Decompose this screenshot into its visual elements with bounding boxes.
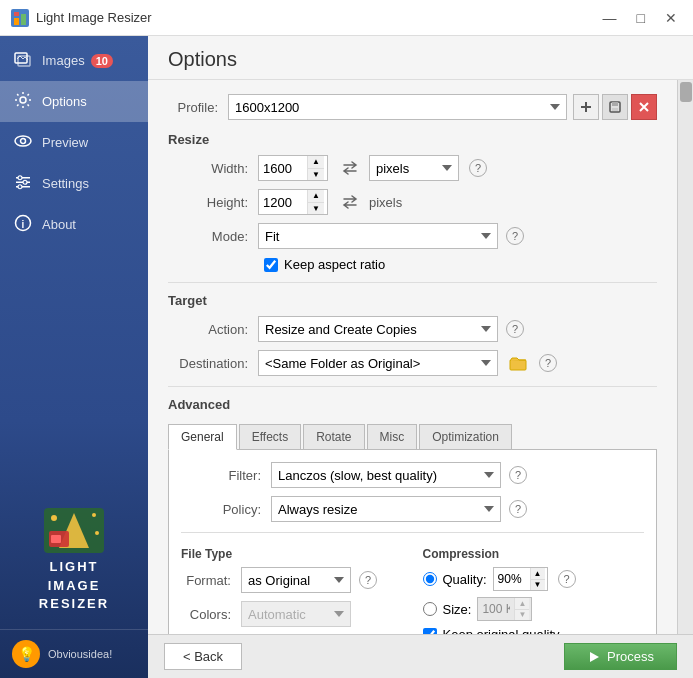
sidebar-item-options[interactable]: Options (0, 81, 148, 122)
svg-rect-25 (581, 106, 591, 108)
height-up[interactable]: ▲ (308, 190, 324, 202)
tab-misc[interactable]: Misc (367, 424, 418, 449)
action-row: Action: Resize and Create Copies Resize … (168, 316, 657, 342)
width-input-group: 1600 ▲ ▼ pixelspercentinc (258, 155, 487, 181)
profile-delete-button[interactable] (631, 94, 657, 120)
filter-select[interactable]: Lanczos (slow, best quality) Bilinear (f… (271, 462, 501, 488)
quality-up[interactable]: ▲ (531, 568, 545, 579)
width-spinner: 1600 ▲ ▼ (258, 155, 328, 181)
action-input-group: Resize and Create Copies Resize in Place… (258, 316, 524, 342)
profile-select[interactable]: 1600x1200 1024x768 800x600 (228, 94, 567, 120)
tab-general[interactable]: General (168, 424, 237, 450)
app-icon (10, 8, 30, 28)
width-help-icon[interactable]: ? (469, 159, 487, 177)
mode-label: Mode: (168, 229, 258, 244)
action-help-icon[interactable]: ? (506, 320, 524, 338)
svg-point-13 (23, 180, 27, 184)
filetype-compression-row: File Type Format: as Original JPEG PNG (181, 543, 644, 634)
sidebar-item-settings[interactable]: Settings (0, 163, 148, 204)
process-label: Process (607, 649, 654, 664)
format-select[interactable]: as Original JPEG PNG (241, 567, 351, 593)
svg-rect-1 (14, 18, 19, 25)
quality-help-icon[interactable]: ? (558, 570, 576, 588)
quality-spinbtns: ▲ ▼ (530, 568, 545, 590)
aspect-ratio-row: Keep aspect ratio (264, 257, 657, 272)
sidebar-label-about: About (42, 217, 76, 232)
sidebar: Images 10 Options (0, 36, 148, 678)
back-button[interactable]: < Back (164, 643, 242, 670)
content-area: Options Profile: 1600x1200 1024x768 800x… (148, 36, 693, 678)
height-row: Height: 1200 ▲ ▼ (168, 189, 657, 215)
svg-point-8 (21, 139, 26, 144)
width-unit-select[interactable]: pixelspercentinchescm (369, 155, 459, 181)
settings-icon (12, 173, 34, 194)
size-spinbtns: ▲ ▼ (514, 598, 529, 620)
policy-select[interactable]: Always resize Resize if larger Resize if… (271, 496, 501, 522)
tabs-header: General Effects Rotate Misc Optimization (168, 424, 657, 450)
process-button[interactable]: Process (564, 643, 677, 670)
destination-browse-button[interactable] (505, 350, 531, 376)
colors-select: Automatic RGB Grayscale (241, 601, 351, 627)
size-radio[interactable] (423, 602, 437, 616)
width-down[interactable]: ▼ (308, 168, 324, 180)
action-select[interactable]: Resize and Create Copies Resize in Place… (258, 316, 498, 342)
height-spinner: 1200 ▲ ▼ (258, 189, 328, 215)
keep-aspect-checkbox[interactable] (264, 258, 278, 272)
policy-help-icon[interactable]: ? (509, 500, 527, 518)
quality-down[interactable]: ▼ (531, 579, 545, 590)
svg-rect-3 (14, 12, 19, 16)
sidebar-item-images[interactable]: Images 10 (0, 40, 148, 81)
sidebar-nav: Images 10 Options (0, 36, 148, 487)
destination-help-icon[interactable]: ? (539, 354, 557, 372)
filter-help-icon[interactable]: ? (509, 466, 527, 484)
images-icon (12, 50, 34, 71)
height-down[interactable]: ▼ (308, 202, 324, 214)
width-swap-button[interactable] (337, 155, 363, 181)
svg-point-12 (18, 176, 22, 180)
quality-radio-row: Quality: ▲ ▼ ? (423, 567, 645, 591)
scrollbar-thumb[interactable] (680, 82, 692, 102)
advanced-section: General Effects Rotate Misc Optimization… (168, 424, 657, 634)
tab-optimization[interactable]: Optimization (419, 424, 512, 449)
destination-input-group: <Same Folder as Original> Custom Folder … (258, 350, 557, 376)
size-down: ▼ (515, 609, 529, 620)
close-button[interactable]: ✕ (659, 8, 683, 28)
quality-spinner: ▲ ▼ (493, 567, 548, 591)
svg-rect-0 (11, 9, 29, 27)
scrollbar[interactable] (677, 80, 693, 634)
maximize-button[interactable]: □ (631, 8, 651, 28)
width-up[interactable]: ▲ (308, 156, 324, 168)
destination-select[interactable]: <Same Folder as Original> Custom Folder (258, 350, 498, 376)
brand-icon: 💡 (12, 640, 40, 668)
preview-icon (12, 132, 34, 153)
keep-aspect-label: Keep aspect ratio (284, 257, 385, 272)
profile-actions (573, 94, 657, 120)
quality-radio[interactable] (423, 572, 437, 586)
sidebar-label-settings: Settings (42, 176, 89, 191)
sidebar-item-about[interactable]: i About (0, 204, 148, 245)
quality-input[interactable] (494, 568, 530, 590)
format-input-group: as Original JPEG PNG ? (241, 567, 377, 593)
tab-effects[interactable]: Effects (239, 424, 301, 449)
compression-label: Compression (423, 547, 645, 561)
bottom-bar: < Back Process (148, 634, 693, 678)
height-input[interactable]: 1200 (259, 190, 307, 214)
play-icon (587, 650, 601, 664)
width-input[interactable]: 1600 (259, 156, 307, 180)
mode-select[interactable]: FitFillStretchReduce Only (258, 223, 498, 249)
format-help-icon[interactable]: ? (359, 571, 377, 589)
height-unit-label: pixels (369, 195, 402, 210)
profile-new-button[interactable] (573, 94, 599, 120)
profile-save-button[interactable] (602, 94, 628, 120)
logo-text: LIGHTIMAGERESIZER (39, 558, 109, 613)
mode-help-icon[interactable]: ? (506, 227, 524, 245)
minimize-button[interactable]: — (597, 8, 623, 28)
policy-row: Policy: Always resize Resize if larger R… (181, 496, 644, 522)
tab-rotate[interactable]: Rotate (303, 424, 364, 449)
tab-content: Filter: Lanczos (slow, best quality) Bil… (168, 450, 657, 634)
file-type-col: File Type Format: as Original JPEG PNG (181, 543, 403, 634)
sidebar-label-preview: Preview (42, 135, 88, 150)
size-input (478, 598, 514, 620)
height-swap-button[interactable] (337, 189, 363, 215)
sidebar-item-preview[interactable]: Preview (0, 122, 148, 163)
